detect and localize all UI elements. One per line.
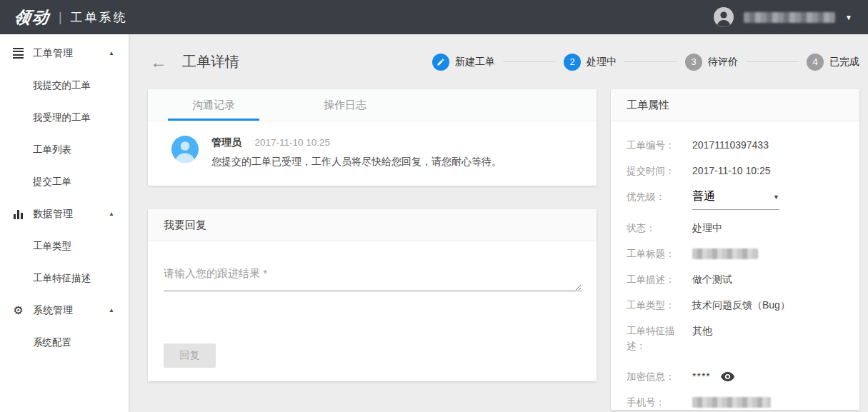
prop-ticket-title: 工单标题： xyxy=(627,246,847,261)
page-header: ← 工单详情 新建工单 2 处理中 3 xyxy=(148,34,859,89)
page-title: 工单详情 xyxy=(182,52,239,71)
prop-value: 技术问题反馈（Bug） xyxy=(692,298,790,313)
brand-divider: | xyxy=(59,10,62,25)
sidebar-group-data-management[interactable]: 数据管理 ▲ xyxy=(0,198,129,230)
prop-label: 工单标题： xyxy=(627,246,692,261)
priority-select[interactable]: 普通 ▼ xyxy=(692,189,779,210)
step-done-circle xyxy=(432,54,449,71)
chevron-up-icon: ▲ xyxy=(109,50,114,56)
communication-card: 沟通记录 操作日志 管理员 2017-11-10 10:25 xyxy=(148,89,597,186)
prop-label: 手机号： xyxy=(627,395,692,410)
prop-label: 工单描述： xyxy=(627,272,692,287)
step-connector xyxy=(503,61,556,62)
eye-icon[interactable] xyxy=(721,372,734,381)
prop-label: 工单特征描述： xyxy=(627,323,692,353)
prop-encrypted-info: 加密信息： **** xyxy=(627,369,847,384)
sidebar-item-my-submitted-tickets[interactable]: 我提交的工单 xyxy=(0,69,129,101)
prop-label: 提交时间： xyxy=(627,164,692,179)
prop-value: 2017-11-10 10:25 xyxy=(692,164,771,179)
step-label: 新建工单 xyxy=(455,56,495,69)
prop-ticket-description: 工单描述： 做个测试 xyxy=(627,272,847,287)
username-redacted xyxy=(744,12,835,23)
priority-selected-value: 普通 xyxy=(692,189,715,204)
step-connector xyxy=(624,61,677,62)
app-title: 工单系统 xyxy=(71,9,128,26)
reply-textarea[interactable] xyxy=(164,263,582,291)
pencil-icon xyxy=(437,58,445,66)
tab-operation-log[interactable]: 操作日志 xyxy=(279,89,411,121)
prop-submit-time: 提交时间： 2017-11-10 10:25 xyxy=(627,164,847,179)
sidebar-group-label: 系统管理 xyxy=(33,304,73,317)
chevron-down-icon: ▼ xyxy=(845,14,852,21)
prop-label: 加密信息： xyxy=(627,369,692,384)
user-menu[interactable]: ▼ xyxy=(714,7,852,27)
step-connector xyxy=(746,61,799,62)
prop-status: 状态： 处理中 xyxy=(627,221,847,236)
gear-icon: ⚙ xyxy=(12,305,24,316)
message-item: 管理员 2017-11-10 10:25 您提交的工单已受理，工作人员将尽快给您… xyxy=(148,121,597,186)
step-number-circle: 2 xyxy=(564,54,581,71)
message-author: 管理员 xyxy=(211,136,241,148)
step-completed: 4 已完成 xyxy=(807,54,859,71)
sidebar-group-ticket-management[interactable]: 工单管理 ▲ xyxy=(0,37,129,69)
sidebar-item-ticket-feature-desc[interactable]: 工单特征描述 xyxy=(0,262,129,294)
prop-label: 工单类型： xyxy=(627,298,692,313)
prop-value: 处理中 xyxy=(692,221,722,236)
sidebar-item-submit-ticket[interactable]: 提交工单 xyxy=(0,166,129,198)
bar-chart-icon xyxy=(12,209,24,219)
sidebar-group-system-management[interactable]: ⚙ 系统管理 ▲ xyxy=(0,294,129,326)
tabstrip: 沟通记录 操作日志 xyxy=(148,89,597,121)
user-avatar-icon xyxy=(714,7,734,27)
step-label: 处理中 xyxy=(587,56,617,69)
step-label: 待评价 xyxy=(708,56,738,69)
sidebar: 工单管理 ▲ 我提交的工单 我受理的工单 工单列表 提交工单 数据管理 ▲ 工单… xyxy=(0,34,129,412)
main-content: ← 工单详情 新建工单 2 处理中 3 xyxy=(129,34,868,412)
brand-logo: 领动 xyxy=(12,6,51,29)
prop-label: 工单编号： xyxy=(627,138,692,153)
prop-label: 状态： xyxy=(627,221,692,236)
prop-phone-number: 手机号： xyxy=(627,395,847,410)
prop-value: 20171110397433 xyxy=(692,138,769,153)
admin-avatar-icon xyxy=(171,136,199,163)
tab-communication-log[interactable]: 沟通记录 xyxy=(148,89,279,121)
back-arrow-icon[interactable]: ← xyxy=(150,54,167,71)
topbar: 领动 | 工单系统 ▼ xyxy=(0,0,868,34)
prop-ticket-type: 工单类型： 技术问题反馈（Bug） xyxy=(627,298,847,313)
phone-number-redacted xyxy=(692,397,771,408)
sidebar-group-label: 工单管理 xyxy=(33,47,73,60)
chevron-up-icon: ▲ xyxy=(109,307,114,313)
prop-ticket-number: 工单编号： 20171110397433 xyxy=(627,138,847,153)
reply-card: 我要回复 回复 xyxy=(148,209,597,381)
encrypted-value-masked: **** xyxy=(692,369,711,384)
brand: 领动 | 工单系统 xyxy=(14,6,128,29)
step-new-ticket: 新建工单 xyxy=(432,54,495,71)
prop-value: 做个测试 xyxy=(692,272,732,287)
sidebar-group-label: 数据管理 xyxy=(33,208,73,221)
sidebar-item-ticket-type[interactable]: 工单类型 xyxy=(0,230,129,262)
step-pending-review: 3 待评价 xyxy=(685,54,738,71)
sidebar-item-my-accepted-tickets[interactable]: 我受理的工单 xyxy=(0,101,129,134)
chevron-down-icon: ▼ xyxy=(773,194,779,201)
sidebar-item-ticket-list[interactable]: 工单列表 xyxy=(0,134,129,166)
menu-lines-icon xyxy=(12,48,24,59)
properties-title: 工单属性 xyxy=(611,89,859,121)
reply-button[interactable]: 回复 xyxy=(164,343,216,368)
step-number-circle: 4 xyxy=(807,54,824,71)
step-processing: 2 处理中 xyxy=(564,54,617,71)
prop-priority: 优先级： 普通 ▼ xyxy=(627,189,847,210)
prop-value: 其他 xyxy=(692,323,712,353)
ticket-properties-card: 工单属性 工单编号： 20171110397433 提交时间： 2017-11-… xyxy=(611,89,859,410)
sidebar-item-system-config[interactable]: 系统配置 xyxy=(0,326,129,358)
progress-steps: 新建工单 2 处理中 3 待评价 4 已完成 xyxy=(432,54,859,71)
step-label: 已完成 xyxy=(829,56,859,69)
prop-label: 优先级： xyxy=(627,189,692,210)
message-text: 您提交的工单已受理，工作人员将尽快给您回复，请您耐心等待。 xyxy=(211,156,502,169)
chevron-up-icon: ▲ xyxy=(109,211,114,217)
reply-card-title: 我要回复 xyxy=(148,209,597,241)
prop-ticket-feature-desc: 工单特征描述： 其他 xyxy=(627,323,847,353)
message-time: 2017-11-10 10:25 xyxy=(254,137,330,148)
ticket-title-redacted xyxy=(692,248,758,259)
step-number-circle: 3 xyxy=(685,54,702,71)
